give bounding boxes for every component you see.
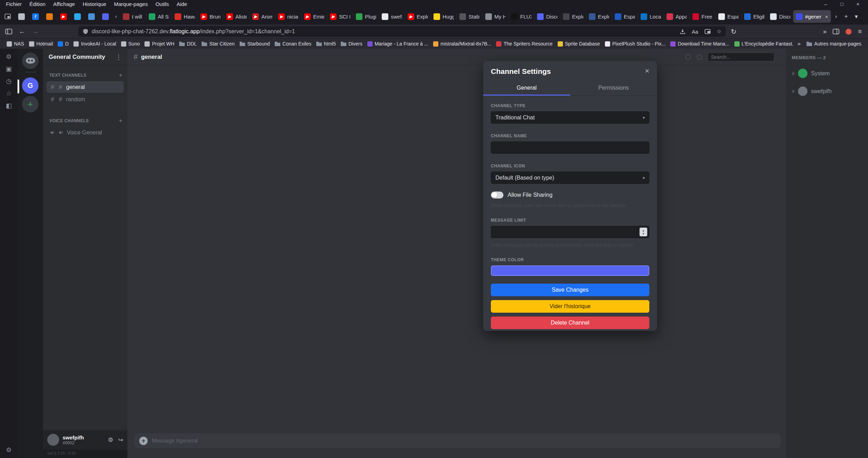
- translate-icon[interactable]: Aa: [692, 29, 698, 35]
- bookmark-item[interactable]: mistralai/Mixtral-8x7B...: [431, 41, 494, 47]
- bookmark-item[interactable]: DDL: [177, 41, 199, 47]
- tab-general[interactable]: General: [483, 81, 570, 95]
- save-page-icon[interactable]: [680, 29, 685, 34]
- channel-type-select[interactable]: Traditional Chat ▾: [491, 111, 649, 124]
- extensions-overflow-icon[interactable]: »: [823, 28, 826, 35]
- bookmark-star-icon[interactable]: ☆: [717, 28, 721, 35]
- browser-tab[interactable]: ▶ Arom: [249, 10, 275, 23]
- bookmark-item[interactable]: Star Citizen: [199, 41, 237, 47]
- back-button[interactable]: ←: [17, 28, 27, 35]
- pinned-tab[interactable]: [98, 10, 112, 23]
- message-input[interactable]: [152, 438, 776, 444]
- add-voice-channel-icon[interactable]: +: [119, 117, 122, 124]
- add-text-channel-icon[interactable]: +: [119, 72, 122, 79]
- logout-icon[interactable]: ↪: [118, 436, 123, 444]
- bookmark-item[interactable]: Download Time Mana...: [668, 41, 732, 47]
- pinned-tab[interactable]: f: [28, 10, 42, 23]
- notifications-icon[interactable]: [685, 54, 691, 60]
- search-input[interactable]: [708, 53, 774, 61]
- browser-tab[interactable]: Espace cli: [612, 10, 638, 23]
- pinned-tab[interactable]: [14, 10, 28, 23]
- message-limit-field[interactable]: ▴▾: [491, 226, 649, 238]
- profile-avatar-icon[interactable]: [846, 29, 852, 35]
- server-icon-general-community[interactable]: G: [22, 77, 38, 94]
- delete-channel-button[interactable]: Delete Channel: [491, 317, 649, 329]
- menu-item[interactable]: Outils: [151, 0, 172, 8]
- tab-permissions[interactable]: Permissions: [570, 81, 657, 95]
- bookmarks-overflow-icon[interactable]: »: [794, 41, 804, 47]
- modal-close-icon[interactable]: ×: [645, 67, 649, 75]
- bookmark-item[interactable]: The Spriters Resource: [494, 41, 555, 47]
- browser-tab[interactable]: FLUX: [508, 10, 534, 23]
- browser-tab[interactable]: ▶ Bruni: [198, 10, 224, 23]
- bookmark-item[interactable]: Sprite Database: [555, 41, 602, 47]
- discord-home-button[interactable]: [22, 53, 38, 69]
- attach-file-icon[interactable]: +: [139, 437, 148, 445]
- browser-tab[interactable]: swefp: [379, 10, 405, 23]
- sidebar-tool-icon[interactable]: ◧: [6, 103, 12, 109]
- browser-tab[interactable]: ▶ EmieO: [301, 10, 327, 23]
- pinned-tab[interactable]: [42, 10, 56, 23]
- sidebar-tool-icon[interactable]: ◷: [6, 78, 12, 84]
- tab-close-icon[interactable]: ×: [825, 14, 828, 20]
- bookmark-item[interactable]: Suno: [119, 41, 142, 47]
- bookmark-item[interactable]: html5: [314, 41, 338, 47]
- channel-icon-select[interactable]: Default (Based on type) ▾: [491, 172, 649, 184]
- text-channel-item[interactable]: # # random: [47, 93, 124, 105]
- browser-tab[interactable]: Stable: [457, 10, 482, 23]
- user-settings-icon[interactable]: ⚙: [108, 436, 113, 444]
- menu-item[interactable]: Affichage: [49, 0, 79, 8]
- file-sharing-toggle[interactable]: [491, 192, 503, 199]
- maximize-button[interactable]: □: [834, 0, 850, 8]
- browser-tab[interactable]: ▶ Alister: [224, 10, 249, 23]
- close-button[interactable]: ×: [850, 0, 866, 8]
- sidebars-icon[interactable]: [833, 29, 839, 34]
- bookmark-item[interactable]: Starbound: [237, 41, 273, 47]
- browser-tab[interactable]: Locat: [638, 10, 664, 23]
- bookmark-item[interactable]: PixelPlush Studio - Pix...: [602, 41, 668, 47]
- pinned-tab[interactable]: [84, 10, 98, 23]
- member-row[interactable]: # swefpifh: [792, 86, 862, 96]
- pinned-tab[interactable]: [70, 10, 84, 23]
- minimize-button[interactable]: –: [818, 0, 834, 8]
- bookmark-item[interactable]: Projet WH: [142, 41, 177, 47]
- theme-color-picker[interactable]: [491, 265, 649, 276]
- browser-tab[interactable]: Appar: [664, 10, 690, 23]
- browser-tab[interactable]: My H: [482, 10, 508, 23]
- browser-tab[interactable]: Plugin: [353, 10, 379, 23]
- app-menu-icon[interactable]: ≡: [858, 28, 862, 35]
- sidebar-tool-icon[interactable]: ▣: [6, 66, 12, 72]
- menu-item[interactable]: Édition: [26, 0, 49, 8]
- bookmark-item[interactable]: InvokeAI - Local: [71, 41, 118, 47]
- refresh-icon[interactable]: ↻: [728, 28, 739, 36]
- browser-tab[interactable]: ▶ Explo: [405, 10, 431, 23]
- shield-icon[interactable]: [83, 28, 89, 35]
- sidebar-tool-icon[interactable]: ⚙: [6, 54, 12, 60]
- new-tab-button[interactable]: +: [841, 13, 851, 20]
- menu-item[interactable]: Fichier: [2, 0, 26, 8]
- forward-button[interactable]: →: [30, 28, 41, 35]
- menu-item[interactable]: Marque-pages: [110, 0, 152, 8]
- save-changes-button[interactable]: Save Changes: [491, 284, 649, 296]
- browser-tab[interactable]: All Si: [146, 10, 172, 23]
- member-row[interactable]: # System: [792, 69, 862, 78]
- bookmark-item[interactable]: NAS: [4, 41, 27, 47]
- channel-name-input[interactable]: [491, 141, 649, 154]
- server-header[interactable]: General Community ⋮: [43, 49, 127, 65]
- firefox-view-icon[interactable]: [4, 13, 11, 20]
- add-server-button[interactable]: +: [22, 96, 38, 112]
- voice-channel-item[interactable]: Voice General: [47, 127, 124, 138]
- browser-tab[interactable]: Free: [690, 10, 715, 23]
- server-menu-icon[interactable]: ⋮: [115, 53, 122, 61]
- browser-tab[interactable]: Espace ab: [715, 10, 741, 23]
- browser-tab[interactable]: ▶ SCI R: [327, 10, 353, 23]
- browser-tab[interactable]: t will: [120, 10, 146, 23]
- scroll-tabs-left-icon[interactable]: ‹: [112, 13, 120, 20]
- bookmark-item[interactable]: Conan Exiles: [272, 41, 314, 47]
- menu-item[interactable]: Historique: [79, 0, 110, 8]
- bookmark-item[interactable]: L'Encyclopédie Fantast...: [732, 41, 794, 47]
- browser-tab[interactable]: Eligib: [741, 10, 767, 23]
- url-bar[interactable]: discord-like-php-chat-7262.dev.flatlogic…: [78, 26, 726, 37]
- menu-item[interactable]: Aide: [173, 0, 191, 8]
- browser-tab[interactable]: Disco: [534, 10, 560, 23]
